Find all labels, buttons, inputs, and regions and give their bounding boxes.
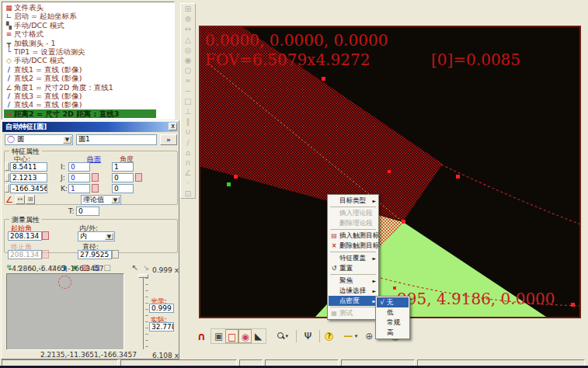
magnet-snap-icon[interactable]: ∩	[195, 329, 208, 343]
point-density-submenu: √无 低 常规 高	[375, 296, 410, 339]
end-angle-spinner[interactable]	[42, 250, 49, 259]
center-x-field[interactable]: 8.5411	[10, 162, 47, 172]
globe-view-icon[interactable]: ⊕	[363, 329, 376, 343]
dim-format-icon: ≡	[4, 30, 14, 39]
tree-item[interactable]: ▚手动/DCC 模式	[4, 21, 174, 30]
submenu-item-low[interactable]: 低	[377, 307, 409, 318]
i-surface-field[interactable]: 0	[68, 162, 90, 172]
probe-stand-icon[interactable]: Ψ	[301, 329, 315, 343]
j-angle-spinner[interactable]	[135, 173, 142, 182]
hit-point-marker[interactable]	[393, 286, 396, 290]
cone-view-icon[interactable]: ◣	[252, 329, 265, 343]
angle-tool-icon[interactable]: ∠	[5, 195, 13, 205]
tree-item[interactable]: /直线4 = 直线 (影像)	[4, 100, 174, 109]
close-icon[interactable]: x	[169, 123, 177, 130]
corner-deselect-icon[interactable]: ↘	[141, 262, 151, 273]
tree-item[interactable]: /直线2 = 直线 (影像)	[4, 74, 174, 82]
feature-type-combo[interactable]: ◯ 圆 ▼	[5, 134, 73, 145]
inout-combo[interactable]: 内 ▼	[78, 231, 115, 241]
j-surface-spinner[interactable]	[92, 173, 99, 182]
hit-point-marker[interactable]	[322, 77, 325, 81]
hit-point-marker[interactable]	[571, 303, 575, 307]
line-tool-icon[interactable]: —	[342, 329, 355, 343]
chevron-down-icon[interactable]: ▼	[105, 233, 113, 240]
tree-item-label: 加载测头 - 1	[14, 39, 56, 47]
menu-item-focus[interactable]: 聚焦►	[329, 276, 378, 286]
tree-item[interactable]: └TIP1 = 设置活动测尖	[4, 47, 174, 56]
diameter-field[interactable]: 27.9525	[78, 250, 112, 259]
actual-zoom-field[interactable]: 32.778	[149, 322, 174, 332]
menu-item-delete-touch-target[interactable]: ×删除触测目标	[329, 241, 378, 251]
menu-item-test[interactable]: ▦测试	[329, 308, 378, 318]
grid-mode-button[interactable]: ⊞	[26, 195, 35, 204]
menu-item-delete-theoretical[interactable]: 删除理论段	[329, 218, 378, 228]
k-surface-spinner[interactable]	[92, 184, 99, 193]
axis-lock-button[interactable]	[5, 173, 9, 182]
menu-item-point-density[interactable]: 点密度►	[329, 296, 378, 306]
circle-target-icon[interactable]: ◉	[238, 329, 252, 343]
menu-item-insert-touch-target[interactable]: ▤插入触测目标	[329, 231, 378, 241]
start-angle-spinner[interactable]	[42, 231, 49, 240]
distance-mode-button[interactable]: ↔	[16, 195, 25, 204]
tree-item[interactable]: ◇手动/DCC 模式	[4, 56, 174, 64]
graphics-viewport[interactable]: 0.0000, 0.0000, 0.0000 FOV=6.5079x4.9272…	[199, 26, 581, 318]
expand-button[interactable]: »	[160, 134, 177, 145]
t-field[interactable]: 0	[76, 207, 99, 216]
tree-item[interactable]: ▦文件表头	[4, 3, 174, 12]
zoom-slider-thumb[interactable]	[138, 274, 148, 278]
submenu-arrow-icon: ►	[372, 253, 376, 263]
chevron-down-icon[interactable]: ▼	[111, 196, 120, 203]
optical-zoom-field[interactable]: 0.999	[149, 304, 174, 313]
axis-lock-button[interactable]	[5, 184, 9, 193]
zoom-min-label: 6.108 x	[152, 352, 179, 359]
submenu-item-high[interactable]: 高	[377, 328, 409, 338]
camera-view[interactable]	[6, 273, 124, 350]
fov-top-coords: -4.2860,-6.4465,-166.3457	[9, 265, 103, 273]
i-angle-field[interactable]: 1	[112, 162, 134, 172]
menu-item-edge-select[interactable]: 边缘选择►	[329, 286, 378, 296]
submenu-item-normal[interactable]: 常规	[377, 318, 409, 328]
menu-item-target-type[interactable]: 目标类型►	[329, 196, 378, 206]
start-angle-field[interactable]: 208.134	[8, 231, 42, 241]
camera-icon[interactable]: ▣	[212, 329, 225, 343]
tree-item-selected[interactable]: ↔距离2 = 尺寸 2D 距离 : 直线3	[4, 109, 156, 118]
tree-item[interactable]: ≡尺寸格式	[4, 30, 174, 38]
zoom-slider-track[interactable]	[143, 276, 144, 349]
tree-item[interactable]: ∟启动 = 起始坐标系	[4, 12, 174, 20]
menu-item-reset[interactable]: ↺重置	[329, 263, 378, 273]
hit-point-marker[interactable]	[388, 170, 391, 173]
tree-item[interactable]: /直线3 = 直线 (影像)	[4, 92, 174, 100]
start-point-marker[interactable]	[227, 182, 231, 186]
value-mode-combo[interactable]: 理论值 ▼	[81, 195, 121, 205]
end-angle-field[interactable]: 208.134	[8, 250, 42, 259]
tree-item[interactable]: ┳加载测头 - 1	[4, 39, 174, 47]
diameter-spinner[interactable]	[112, 250, 119, 259]
chevron-down-icon[interactable]: ▾	[286, 333, 291, 339]
corner-select-icon[interactable]: ↖	[130, 262, 141, 273]
j-angle-field[interactable]: 0	[112, 173, 134, 182]
command-tree[interactable]: ▦文件表头 ∟启动 = 起始坐标系 ▚手动/DCC 模式 ≡尺寸格式 ┳加载测头…	[2, 2, 175, 120]
tree-item-label: 启动 = 起始坐标系	[14, 12, 77, 20]
menu-item-feature-override[interactable]: 特征覆盖►	[329, 253, 378, 263]
dimension-toolbar[interactable]: ⊞⊕↔△◎◉○≈−□⊥∥∪∕⌂∩∠◦⊡	[180, 3, 196, 199]
tree-item-label: 直线4 = 直线 (影像)	[14, 100, 82, 109]
zoom-magnifier-icon[interactable]	[277, 332, 286, 341]
k-surface-field[interactable]: 1	[68, 184, 90, 193]
hit-point-marker[interactable]	[402, 220, 405, 224]
edge-select-icon[interactable]: □	[225, 329, 238, 343]
hit-point-marker[interactable]	[234, 175, 238, 179]
submenu-item-none[interactable]: √无	[377, 297, 409, 307]
chevron-down-icon[interactable]: ▾	[355, 333, 360, 339]
tree-item[interactable]: /直线1 = 直线 (影像)	[4, 65, 174, 74]
center-z-field[interactable]: -166.3456	[10, 184, 47, 193]
axis-lock-button[interactable]	[5, 162, 9, 171]
k-angle-field[interactable]: 0	[112, 184, 134, 193]
feature-name-field[interactable]: 圆1	[76, 134, 157, 145]
hit-point-marker[interactable]	[456, 175, 460, 179]
chevron-down-icon[interactable]: ▼	[63, 136, 71, 144]
menu-item-insert-theoretical[interactable]: 插入理论段	[329, 208, 378, 218]
help-bulb-icon[interactable]: ?	[325, 332, 333, 341]
center-y-field[interactable]: 2.1213	[10, 173, 47, 182]
tree-item[interactable]: ∠角度1 = 尺寸2D 角度 : 直线1	[4, 83, 174, 92]
j-surface-field[interactable]: 0	[68, 173, 90, 182]
